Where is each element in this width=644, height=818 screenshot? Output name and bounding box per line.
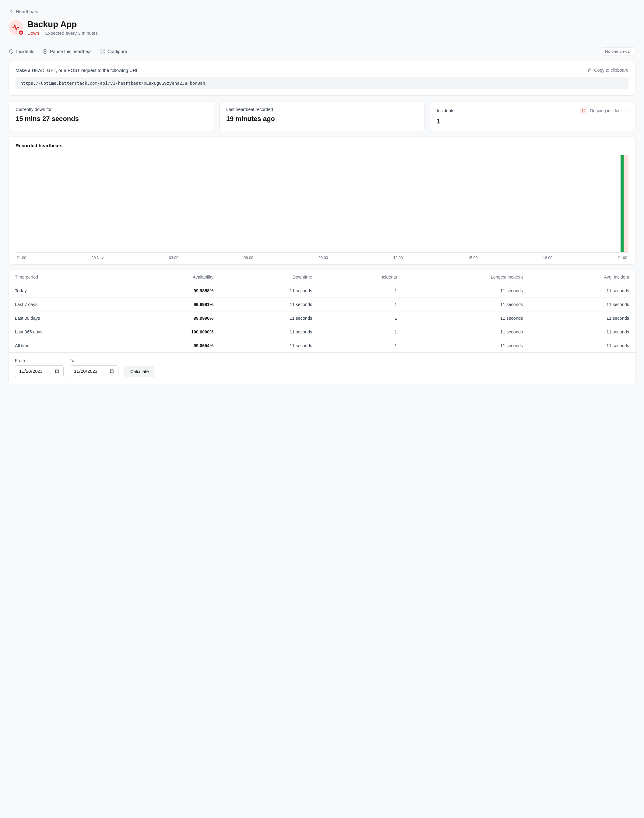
from-input[interactable] [15, 365, 64, 377]
cell-period: Last 7 days [9, 298, 121, 312]
shield-alert-icon [581, 109, 586, 113]
chart-down-segment [623, 155, 629, 252]
status-text: Down [28, 31, 39, 36]
cell-availability: 99.9981% [121, 298, 219, 312]
cell-downtime: 11 seconds [219, 284, 318, 298]
cell-availability: 100.0000% [121, 325, 219, 339]
heartbeat-url[interactable]: https://uptime.betterstack.com/api/v1/he… [15, 77, 629, 89]
gear-icon [100, 49, 105, 54]
th-downtime: Downtime [219, 270, 318, 284]
last-heartbeat-label: Last heartbeat recorded [226, 107, 418, 112]
ongoing-label: Ongoing incident [590, 108, 622, 113]
chart-up-bar [621, 155, 624, 252]
ongoing-badge [580, 107, 587, 114]
cell-incidents: 1 [318, 298, 403, 312]
table-row: Last 30 days99.9996%11 seconds111 second… [9, 312, 635, 325]
cell-longest: 11 seconds [403, 312, 529, 325]
oncall-label: No one on-call [605, 49, 632, 54]
cell-availability: 99.9996% [121, 312, 219, 325]
table-row: Last 7 days99.9981%11 seconds111 seconds… [9, 298, 635, 312]
table-row: Last 365 days100.0000%11 seconds111 seco… [9, 325, 635, 339]
cell-avg: 11 seconds [529, 298, 635, 312]
incidents-card: Incidents Ongoing incident 1 [429, 101, 635, 131]
incidents-label: Incidents [437, 108, 454, 113]
cell-availability: 99.9858% [121, 284, 219, 298]
chevron-left-icon [9, 9, 14, 14]
xtick: 21:00 [17, 256, 26, 260]
copy-icon [586, 68, 592, 73]
cell-period: Last 30 days [9, 312, 121, 325]
to-label: To [70, 358, 118, 363]
down-for-label: Currently down for [15, 107, 207, 112]
breadcrumb-label: Heartbeats [16, 9, 38, 14]
incidents-button[interactable]: Incidents [9, 49, 34, 54]
cell-incidents: 1 [318, 339, 403, 353]
svg-point-2 [43, 49, 47, 54]
table-header-row: Time period Availability Downtime Incide… [9, 270, 635, 284]
pause-label: Pause this heartbeat [50, 49, 92, 54]
incidents-value: 1 [437, 117, 629, 125]
shield-icon [9, 49, 14, 54]
calculate-button[interactable]: Calculate [124, 366, 154, 377]
stat-cards: Currently down for 15 mins 27 seconds La… [9, 101, 635, 131]
th-avg: Avg. incident [529, 270, 635, 284]
url-instruction: Make a HEAD, GET, or a POST request to t… [15, 68, 138, 73]
cell-longest: 11 seconds [403, 298, 529, 312]
cell-period: Last 365 days [9, 325, 121, 339]
xtick: 21:00 [618, 256, 627, 260]
chart-card: Recorded heartbeats 21:00 20 Nov 03:00 0… [9, 137, 635, 264]
cell-period: All time [9, 339, 121, 353]
cell-downtime: 11 seconds [219, 339, 318, 353]
cell-availability: 99.0654% [121, 339, 219, 353]
table-row: All time99.0654%11 seconds111 seconds11 … [9, 339, 635, 353]
down-for-value: 15 mins 27 seconds [15, 115, 207, 123]
configure-label: Configure [107, 49, 127, 54]
ongoing-incident-link[interactable]: Ongoing incident [580, 107, 629, 114]
xtick: 15:00 [468, 256, 477, 260]
cell-avg: 11 seconds [529, 312, 635, 325]
availability-table-card: Time period Availability Downtime Incide… [9, 270, 635, 384]
heartbeat-icon [12, 23, 20, 31]
date-filter-row: From To Calculate [9, 353, 635, 384]
chevron-right-icon [624, 109, 629, 113]
cell-period: Today [9, 284, 121, 298]
th-availability: Availability [121, 270, 219, 284]
to-input[interactable] [70, 365, 118, 377]
svg-point-5 [102, 51, 103, 52]
pause-icon [42, 49, 48, 54]
cell-longest: 11 seconds [403, 325, 529, 339]
chart-title: Recorded heartbeats [15, 143, 629, 148]
app-avatar: ✕ [9, 20, 23, 35]
xtick: 03:00 [169, 256, 178, 260]
xtick: 12:00 [393, 256, 403, 260]
th-period: Time period [9, 270, 121, 284]
pause-button[interactable]: Pause this heartbeat [42, 49, 92, 54]
svg-rect-6 [589, 69, 591, 72]
last-heartbeat-card: Last heartbeat recorded 19 minutes ago [219, 101, 425, 131]
page-subtitle: Down · Expected every 3 minutes [28, 31, 98, 36]
chart-area[interactable] [15, 155, 629, 253]
xtick: 18:00 [543, 256, 552, 260]
breadcrumb[interactable]: Heartbeats [9, 9, 635, 14]
configure-button[interactable]: Configure [100, 49, 127, 54]
incidents-label: Incidents [16, 49, 34, 54]
cell-incidents: 1 [318, 284, 403, 298]
chart-xaxis: 21:00 20 Nov 03:00 06:00 09:00 12:00 15:… [15, 253, 629, 260]
copy-label: Copy to clipboard [594, 68, 629, 72]
cell-avg: 11 seconds [529, 325, 635, 339]
cell-incidents: 1 [318, 325, 403, 339]
last-heartbeat-value: 19 minutes ago [226, 115, 418, 123]
to-field: To [70, 358, 118, 377]
page-title: Backup App [28, 20, 98, 29]
svg-point-1 [11, 52, 12, 52]
down-for-card: Currently down for 15 mins 27 seconds [9, 101, 215, 131]
oncall-pill[interactable]: No one on-call [601, 47, 635, 55]
cell-avg: 11 seconds [529, 284, 635, 298]
table-row: Today99.9858%11 seconds111 seconds11 sec… [9, 284, 635, 298]
page-header: ✕ Backup App Down · Expected every 3 min… [9, 20, 635, 36]
copy-button[interactable]: Copy to clipboard [586, 68, 629, 73]
from-field: From [15, 358, 64, 377]
status-icon: ✕ [18, 30, 24, 35]
cell-downtime: 11 seconds [219, 312, 318, 325]
availability-table: Time period Availability Downtime Incide… [9, 270, 635, 353]
